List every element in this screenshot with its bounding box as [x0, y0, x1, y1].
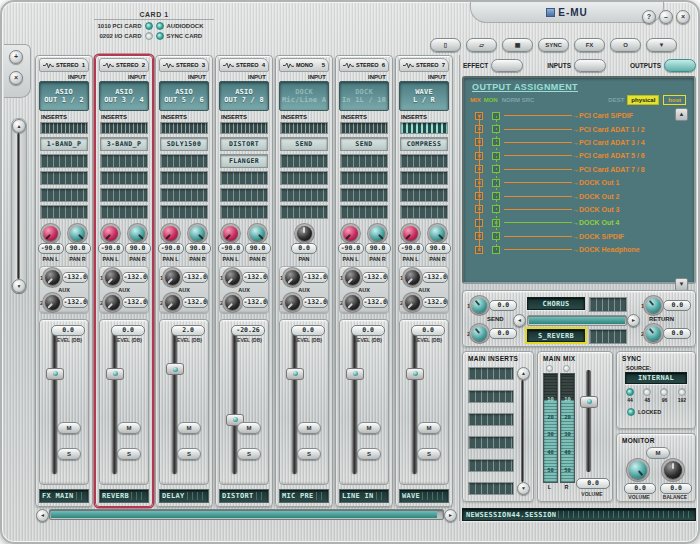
strips-vertical-scrollbar[interactable]: ▲ ▼: [11, 118, 27, 294]
aux2-send-knob[interactable]: [405, 295, 420, 310]
main-volume-fader[interactable]: [586, 370, 591, 472]
scroll-up-arrow[interactable]: ▲: [12, 119, 26, 133]
fx-button[interactable]: FX: [574, 38, 605, 52]
fx-send-1-knob[interactable]: [472, 298, 487, 313]
insert-effect[interactable]: DISTORT: [220, 137, 268, 151]
aux1-send-knob[interactable]: [345, 270, 360, 285]
main-inserts-scrollbar[interactable]: ▲ ▼: [517, 367, 530, 495]
insert-slot-empty[interactable]: [220, 188, 268, 202]
horizontal-scroll-groove[interactable]: [49, 509, 444, 520]
delete-strip-button[interactable]: ×: [9, 71, 23, 85]
strip-type-tab[interactable]: STEREO4: [219, 58, 269, 72]
sync-button[interactable]: SYNC: [538, 38, 569, 52]
strip-type-tab[interactable]: STEREO3: [159, 58, 209, 72]
fx-return-2-knob[interactable]: [646, 326, 661, 341]
aux1-send-knob[interactable]: [45, 270, 60, 285]
pan-left-knob[interactable]: [403, 226, 418, 241]
main-insert-slot[interactable]: [468, 390, 514, 403]
mix-checkbox[interactable]: ×: [475, 165, 483, 173]
strip-name-display[interactable]: FX MAIN: [39, 489, 89, 503]
aux2-send-knob[interactable]: [45, 295, 60, 310]
insert-slot-empty[interactable]: [40, 205, 88, 219]
insert-slot-empty[interactable]: [100, 154, 148, 168]
mon-checkbox[interactable]: [492, 192, 500, 200]
fx-scroll-left-button[interactable]: ◄: [513, 314, 526, 327]
pan-right-knob[interactable]: [250, 226, 265, 241]
insert-effect[interactable]: 1-BAND_P: [40, 137, 88, 151]
mix-checkbox[interactable]: ×: [475, 152, 483, 160]
aux2-send-knob[interactable]: [165, 295, 180, 310]
fx-send-2-knob[interactable]: [472, 326, 487, 341]
level-fader-handle[interactable]: [166, 363, 184, 375]
mute-button[interactable]: M: [117, 422, 141, 434]
insert-effect[interactable]: SEND: [340, 137, 388, 151]
aux2-send-knob[interactable]: [285, 295, 300, 310]
pan-left-knob[interactable]: [43, 226, 58, 241]
input-source-display[interactable]: ASIOOUT 3 / 4: [99, 81, 149, 111]
pan-right-knob[interactable]: [370, 226, 385, 241]
insert-slot-empty[interactable]: [280, 205, 328, 219]
sample-rate-96[interactable]: 96: [660, 388, 668, 403]
strip-type-tab[interactable]: STEREO6: [339, 58, 389, 72]
tab-inputs[interactable]: INPUTS: [547, 59, 606, 72]
insert-slot-empty[interactable]: [340, 154, 388, 168]
insert-slot-empty[interactable]: [100, 188, 148, 202]
sync-source-display[interactable]: INTERNAL: [625, 372, 687, 384]
input-source-display[interactable]: ASIOOUT 1 / 2: [39, 81, 89, 111]
mon-checkbox[interactable]: [492, 125, 500, 133]
insert-effect[interactable]: FLANGER: [220, 154, 268, 168]
tab-inputs-button[interactable]: [574, 59, 606, 72]
input-source-display[interactable]: WAVEL / R: [399, 81, 449, 111]
input-source-display[interactable]: ASIOOUT 7 / 8: [219, 81, 269, 111]
insert-slot-empty[interactable]: [40, 188, 88, 202]
insert-slot-empty[interactable]: [40, 154, 88, 168]
mix-checkbox[interactable]: [475, 219, 483, 227]
strip-name-display[interactable]: DISTORT: [219, 489, 269, 503]
minimize-button[interactable]: –: [659, 10, 673, 24]
sample-rate-192[interactable]: 192: [678, 388, 686, 403]
mon-checkbox[interactable]: [492, 179, 500, 187]
input-source-display[interactable]: DOCKMic/Line A: [279, 81, 329, 111]
main-inserts-scroll-down[interactable]: ▼: [517, 482, 530, 495]
strip-type-tab[interactable]: MONO5: [279, 58, 329, 72]
strip-name-display[interactable]: LINE IN: [339, 489, 389, 503]
aux1-send-knob[interactable]: [405, 270, 420, 285]
pan-right-knob[interactable]: [70, 226, 85, 241]
insert-slot-empty[interactable]: [340, 188, 388, 202]
insert-effect[interactable]: SEND: [280, 137, 328, 151]
help-button[interactable]: ?: [642, 10, 656, 24]
sample-rate-44[interactable]: 44: [626, 388, 634, 403]
main-insert-slot[interactable]: [468, 367, 514, 380]
mon-checkbox[interactable]: [492, 232, 500, 240]
dest-physical-chip[interactable]: physical: [627, 95, 659, 105]
monitor-volume-knob[interactable]: [629, 461, 647, 479]
insert-slot-empty[interactable]: [100, 205, 148, 219]
mute-button[interactable]: M: [357, 422, 381, 434]
fx-scroll-right-button[interactable]: ►: [627, 314, 640, 327]
fx-return-1-knob[interactable]: [646, 298, 661, 313]
mix-checkbox[interactable]: ×: [475, 205, 483, 213]
mix-checkbox[interactable]: ×: [475, 179, 483, 187]
mute-button[interactable]: M: [177, 422, 201, 434]
mon-checkbox[interactable]: [492, 152, 500, 160]
main-insert-slot[interactable]: [468, 436, 514, 449]
strip-name-display[interactable]: REVERB: [99, 489, 149, 503]
aux1-send-knob[interactable]: [225, 270, 240, 285]
close-button[interactable]: ×: [676, 10, 690, 24]
strips-horizontal-scrollbar[interactable]: ◄ ►: [36, 508, 457, 521]
main-inserts-scroll-up[interactable]: ▲: [517, 367, 530, 380]
insert-slot-empty[interactable]: [220, 171, 268, 185]
fx-slot-chorus[interactable]: CHORUS: [527, 297, 585, 310]
solo-button[interactable]: S: [117, 448, 141, 460]
solo-button[interactable]: S: [297, 448, 321, 460]
pan-left-knob[interactable]: [343, 226, 358, 241]
strip-name-display[interactable]: MIC PRE: [279, 489, 329, 503]
mix-checkbox[interactable]: ×: [475, 125, 483, 133]
mon-checkbox[interactable]: [492, 165, 500, 173]
insert-slot-empty[interactable]: [160, 205, 208, 219]
tab-effect[interactable]: EFFECT: [463, 59, 523, 72]
solo-button[interactable]: S: [57, 448, 81, 460]
mon-checkbox[interactable]: [492, 112, 500, 120]
level-fader-handle[interactable]: [46, 368, 64, 380]
main-insert-slot[interactable]: [468, 482, 514, 495]
